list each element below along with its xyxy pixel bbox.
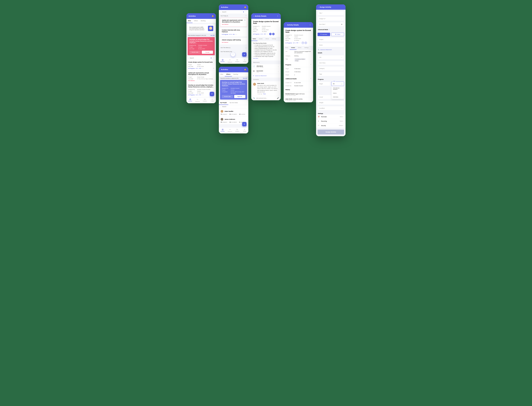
subtab-settings[interactable]: Settings (270, 37, 278, 41)
see-all-link[interactable]: See All (211, 35, 214, 36)
activity-card[interactable]: Create design system for Exceed Suite Pr… (186, 60, 216, 71)
assign-activity-button[interactable]: Assign Activity (318, 130, 344, 134)
back-button[interactable]: ‹Activity Details (286, 24, 299, 26)
approve-button[interactable]: Approve (234, 95, 245, 98)
approve-activity-card[interactable]: Develops an annual budget that includes … (220, 80, 247, 99)
subtab-details[interactable]: Details (257, 37, 264, 41)
subtab-notes[interactable]: Notes (251, 37, 257, 41)
bell-icon[interactable]: 🔔 (212, 15, 214, 17)
search-input[interactable] (190, 57, 210, 59)
subtab-by-people[interactable]: By People (219, 101, 228, 105)
attach-icon[interactable]: 📎 (253, 97, 255, 99)
assigned-activity-card[interactable]: Develops an annual budget that includes … (188, 37, 215, 55)
condition-field[interactable]: Condition⌄ (318, 106, 344, 110)
dropdown-option[interactable]: interviews (332, 95, 344, 99)
history-section[interactable]: History⌃ (284, 87, 313, 92)
tab-mine[interactable]: Mine (219, 72, 225, 76)
filter-icon[interactable]: ▼ (210, 57, 212, 59)
advanced-toggle[interactable]: Advanced Mode⌃ (316, 28, 346, 31)
task-card[interactable]: ⚑ Update job requirements and job descri… (220, 18, 247, 27)
decide-later-button[interactable]: Decide Later (222, 95, 233, 98)
task-card[interactable]: Conduct Interview with Anna Pattinson In… (220, 28, 247, 36)
title-field[interactable]: Title * (318, 11, 344, 15)
nav-activities[interactable]: ▤Activities (186, 98, 194, 102)
dropdown-option[interactable]: interns (332, 91, 344, 95)
recurring-setting[interactable]: ↻RecurringNone› (316, 119, 346, 123)
job-field[interactable]: Job⌄ (318, 55, 344, 59)
tab-others[interactable]: Others (192, 19, 199, 23)
assign-to-field[interactable]: Assign To *⌄ (318, 16, 344, 21)
nav-analytics[interactable]: ⫾⫾Analytics (233, 128, 241, 132)
group-due-today[interactable]: Due Today (2)⌃ (219, 14, 248, 18)
bell-icon[interactable]: 🔔 (244, 68, 246, 71)
nav-analytics[interactable]: ⫾⫾Analytics (201, 98, 209, 102)
target-field[interactable]: Target (318, 82, 330, 86)
upload-attachment-link[interactable]: ⊕Upload an Attachment (251, 74, 281, 78)
tab-mine[interactable]: Mine (186, 19, 192, 23)
tab-backlog[interactable]: Backlog (232, 72, 240, 76)
filter-icon[interactable]: ▼ (243, 11, 244, 13)
back-button[interactable]: ‹Activity Details (253, 15, 266, 17)
see-all-link[interactable]: See All (243, 78, 247, 79)
activity-card[interactable]: Update job requirements and job descript… (186, 71, 216, 83)
attachment-row[interactable]: 📄 AttendancePPTX, 25.1Mb ⋮ (251, 64, 281, 69)
reply-link[interactable]: Reply (263, 93, 266, 94)
back-button[interactable]: ‹Assign Activity (318, 6, 331, 8)
task-card[interactable]: Attend company staff meeting Not Started (220, 38, 247, 45)
nav-activities[interactable]: ▤Activities (219, 128, 226, 132)
dropdown-option[interactable]: international students (332, 86, 344, 91)
see-more-link[interactable]: See More (253, 58, 279, 59)
nav-profile[interactable]: ☺Profile (241, 59, 248, 63)
flag-badge-icon[interactable]: ⚑ (302, 42, 304, 44)
notes-field[interactable]: Notes (318, 43, 344, 47)
user-story-field[interactable]: User Story (318, 61, 344, 65)
fab-add[interactable]: + (242, 52, 247, 57)
tab-backlog[interactable]: Backlog (199, 19, 207, 23)
fab-add[interactable]: + (210, 92, 214, 96)
subtab-details[interactable]: Details (290, 46, 297, 50)
upload-attachment-link[interactable]: 📎Upload an Attachment (316, 48, 346, 51)
decide-later-button[interactable]: Decide Later (189, 51, 201, 54)
security-setting[interactable]: 🛡SecurityDefault› (316, 123, 346, 128)
tags-field[interactable]: Tags (318, 72, 344, 76)
attachment-row[interactable]: 🖼 ScreenshotPNG ⋮ (251, 69, 281, 74)
follow-badge-icon[interactable]: ⦿ (305, 42, 307, 44)
follow-chip[interactable]: ⦿Follow (331, 33, 344, 36)
units-field[interactable]: int⌄ (331, 82, 344, 86)
search-input[interactable] (222, 11, 242, 13)
more-icon[interactable]: ⋯ (245, 11, 247, 13)
flag-icon[interactable]: ⚑ (213, 68, 214, 69)
additional-section[interactable]: Additional Details⌃ (284, 76, 313, 81)
subtab-notes[interactable]: Notes (284, 46, 290, 50)
more-icon[interactable]: ⋮ (278, 66, 279, 67)
subtab-efforts[interactable]: Efforts (297, 46, 303, 50)
subtab-efforts[interactable]: Efforts (264, 37, 270, 41)
subtab-settings[interactable]: Settings (303, 46, 310, 50)
nav-measures[interactable]: 〜Measures (194, 98, 201, 102)
more-icon[interactable]: ⋯ (213, 57, 214, 59)
nav-profile[interactable]: ☺Profile (209, 98, 216, 102)
project-field[interactable]: Project⌄ (318, 37, 344, 42)
nav-measures[interactable]: 〜Measures (226, 128, 233, 132)
flag-icon[interactable]: ⚑ (244, 19, 246, 21)
group-due-week[interactable]: Due This Week (1)⌄ (219, 46, 248, 50)
more-icon[interactable]: ⋮ (277, 15, 279, 17)
more-icon[interactable]: ⋮ (309, 24, 311, 26)
category-field[interactable]: Category⌄ (318, 66, 344, 71)
bell-icon[interactable]: 🔔 (244, 6, 246, 8)
flag-badge-icon[interactable]: ⚑ (269, 33, 272, 35)
person-row[interactable]: Adam Sandler 73assigned 21not started 12… (219, 109, 248, 116)
search-input[interactable] (222, 106, 247, 107)
nav-analytics[interactable]: ⫾⫾Analytics (233, 59, 241, 63)
mic-icon[interactable]: 🎤 (277, 97, 279, 99)
fab-add[interactable]: + (242, 122, 247, 126)
weight-field[interactable]: Weight (318, 101, 344, 105)
nav-profile[interactable]: ☺Profile (241, 128, 248, 132)
due-date-field[interactable]: Due Date *▦ (318, 22, 344, 27)
tab-others[interactable]: Others (225, 72, 232, 76)
accept-button[interactable]: Accept (202, 51, 213, 54)
nav-activities[interactable]: ▤Activities (219, 59, 226, 63)
progress-section[interactable]: Progress⌃ (284, 62, 313, 67)
important-chip[interactable]: ⚑Important (318, 33, 330, 36)
nav-measures[interactable]: 〜Measures (226, 59, 233, 63)
